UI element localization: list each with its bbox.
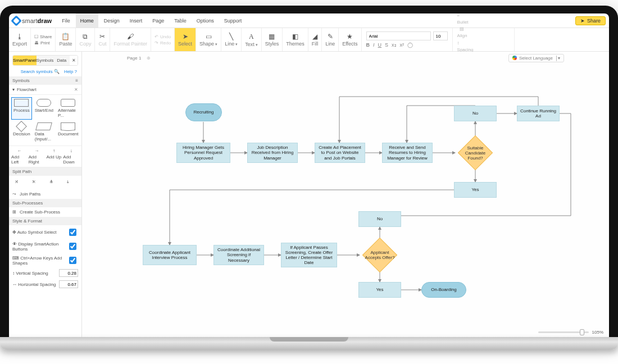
node-job-description[interactable]: Job Description Received from Hiring Man…: [247, 143, 298, 163]
close-icon[interactable]: ✕: [74, 87, 78, 92]
create-sub-process-button[interactable]: ⊞Create Sub-Process: [9, 207, 81, 217]
node-hiring-request[interactable]: Hiring Manager Gets Personnel Request Ap…: [176, 143, 230, 163]
themes-button[interactable]: ◧Themes: [283, 28, 308, 51]
cut-button[interactable]: ✂Cut: [95, 28, 110, 51]
symbol-category[interactable]: ▾Flowchart✕: [9, 85, 81, 95]
node-no-1[interactable]: No: [454, 106, 497, 121]
line-tool[interactable]: ╲Line▾: [221, 28, 242, 51]
node-ad-placement[interactable]: Create Ad Placement to Post on Website a…: [315, 143, 365, 163]
copy-button[interactable]: ⧉Copy: [76, 28, 95, 51]
ctrl-arrow-check[interactable]: ⌨ Ctrl+Arrow Keys Add Shapes: [9, 253, 81, 267]
node-yes-1[interactable]: Yes: [454, 182, 497, 198]
node-interview[interactable]: Coordinate Applicant Interview Process: [143, 245, 197, 265]
font-size-input[interactable]: [433, 31, 448, 40]
connector-lines: [85, 64, 606, 326]
shape-alternate[interactable]: Alternate P...: [56, 97, 80, 120]
brand-prefix: smart: [22, 17, 38, 24]
sub-process-header: Sub-Processes: [9, 199, 81, 207]
close-panel-icon[interactable]: ✕: [70, 56, 78, 65]
export-button[interactable]: ⭳Export: [9, 28, 31, 51]
add-page-icon[interactable]: ⊕: [147, 56, 151, 61]
tab-data[interactable]: Data: [53, 56, 70, 65]
smart-panel: SmartPanel Symbols Data ✕ Search symbols…: [9, 52, 82, 337]
join-paths-button[interactable]: ⤳Join Paths: [9, 189, 81, 199]
zoom-slider[interactable]: [538, 331, 589, 333]
node-continue-ad[interactable]: Continue Running Ad: [517, 106, 560, 121]
search-symbols-link[interactable]: Search symbols 🔍: [21, 69, 60, 74]
shape-process[interactable]: Process: [11, 97, 32, 120]
paste-button[interactable]: 📋Paste: [56, 28, 76, 51]
text-tool[interactable]: AText▾: [242, 28, 262, 51]
menu-support[interactable]: Support: [220, 13, 247, 28]
panel-tabs: SmartPanel Symbols Data ✕: [12, 55, 78, 66]
shape-decision[interactable]: Decision: [11, 121, 32, 143]
share-print-group[interactable]: ☐ Share🖶 Print: [31, 28, 56, 51]
node-no-2[interactable]: No: [358, 211, 401, 227]
share-button[interactable]: ➤ Share: [575, 16, 606, 25]
split-options[interactable]: ⤨⤪⋔⫰: [9, 176, 81, 189]
shape-startend[interactable]: Start/End: [33, 97, 55, 120]
undo-redo-group[interactable]: ↶ Undo↷ Redo: [151, 28, 175, 51]
display-smartaction-check[interactable]: 👁 Display SmartAction Buttons: [9, 239, 81, 253]
font-group: BIUSx₂x²◯: [362, 28, 453, 51]
laptop-base: [0, 337, 618, 349]
menu-design[interactable]: Design: [99, 13, 124, 28]
node-decision-candidate[interactable]: Suitable Candidate Found?: [455, 137, 496, 169]
shape-document[interactable]: Document: [56, 121, 80, 143]
menu-icon[interactable]: ≡: [75, 78, 78, 83]
add-left-button[interactable]: ←Add Left: [11, 148, 28, 165]
menu-page[interactable]: Page: [148, 13, 169, 28]
app-logo: smartdraw: [12, 17, 52, 25]
split-path-header: Split Path: [9, 167, 81, 176]
add-right-button[interactable]: →Add Right: [29, 148, 45, 165]
ribbon: ⭳Export ☐ Share🖶 Print 📋Paste ⧉Copy ✂Cut…: [9, 28, 609, 52]
add-down-button[interactable]: ↓Add Down: [63, 148, 79, 165]
format-painter-button[interactable]: 🖌Format Painter: [110, 28, 151, 51]
page-bar: Page 1⊕ Select Language│▾: [82, 52, 609, 64]
vertical-spacing-row[interactable]: ↕ Vertical Spacing: [9, 267, 81, 279]
text-format-row[interactable]: BIUSx₂x²◯: [366, 42, 413, 48]
zoom-control[interactable]: 105%: [538, 330, 603, 335]
menu-table[interactable]: Table: [170, 13, 191, 28]
effects-button[interactable]: ★Effects: [339, 28, 361, 51]
menu-options[interactable]: Options: [192, 13, 219, 28]
node-recruiting[interactable]: Recruiting: [185, 103, 222, 121]
auto-symbol-check[interactable]: ✥ Auto Symbol Select: [9, 225, 81, 239]
menu-home[interactable]: Home: [76, 13, 98, 28]
shape-tool[interactable]: ▭Shape▾: [196, 28, 221, 51]
symbols-header: Symbols≡: [9, 76, 81, 85]
menu-file[interactable]: File: [57, 13, 75, 28]
share-label: Share: [587, 18, 601, 24]
menu-insert[interactable]: Insert: [125, 13, 147, 28]
add-direction-row: ←Add Left →Add Right ↑Add Up ↓Add Down: [9, 145, 81, 167]
paragraph-group[interactable]: ≡ Bullet ▤ Align ↕ Spacing ⇄ Text Direct…: [453, 28, 515, 51]
language-selector[interactable]: Select Language│▾: [508, 54, 564, 62]
tab-symbols[interactable]: Symbols: [37, 56, 54, 65]
select-tool[interactable]: ➤Select: [175, 28, 196, 51]
chevron-down-icon: ▾: [12, 87, 15, 92]
globe-icon: [512, 56, 517, 60]
styles-button[interactable]: ▦Styles: [262, 28, 283, 51]
page-label[interactable]: Page 1: [127, 56, 141, 61]
add-up-button[interactable]: ↑Add Up: [46, 148, 62, 165]
font-name-input[interactable]: [366, 31, 431, 40]
shape-data[interactable]: Data (Input/...: [33, 121, 55, 143]
node-decision-offer[interactable]: Applicant Accepts Offer?: [360, 239, 400, 271]
node-offer[interactable]: If Applicant Passes Screening, Create Of…: [281, 243, 337, 267]
menu-bar: smartdraw File Home Design Insert Page T…: [9, 13, 609, 28]
node-screening[interactable]: Coordinate Additional Screening if Neces…: [213, 245, 264, 265]
line-style-button[interactable]: ✎Line: [322, 28, 339, 51]
node-yes-2[interactable]: Yes: [358, 282, 401, 298]
help-link[interactable]: Help ?: [64, 69, 77, 74]
tab-smartpanel[interactable]: SmartPanel: [13, 56, 37, 65]
node-resumes[interactable]: Receive and Send Resumes to Hiring Manag…: [382, 143, 433, 163]
brand-bold: draw: [38, 17, 52, 24]
horizontal-spacing-row[interactable]: ↔ Horizontal Spacing: [9, 279, 81, 290]
logo-icon: [11, 15, 22, 26]
node-onboarding[interactable]: On-Boarding: [421, 282, 466, 298]
style-format-header: Style & Format: [9, 217, 81, 225]
shape-palette: Process Start/End Alternate P... Decisio…: [9, 95, 81, 145]
fill-button[interactable]: ◢Fill: [308, 28, 322, 51]
zoom-value: 105%: [592, 330, 603, 335]
drawing-canvas[interactable]: Recruiting Hiring Manager Gets Personnel…: [85, 64, 606, 326]
